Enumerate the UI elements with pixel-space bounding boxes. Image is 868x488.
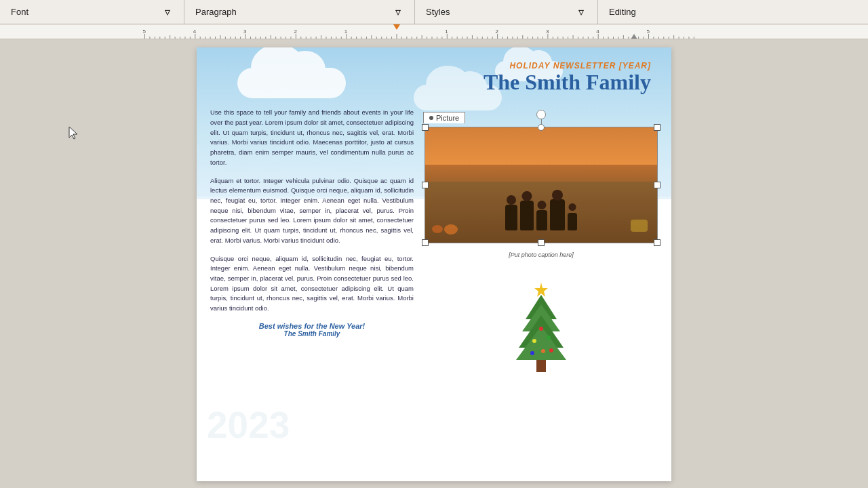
photo-caption[interactable]: [Put photo caption here]: [425, 249, 658, 260]
hay-bale: [631, 220, 648, 232]
handle-middle-right[interactable]: [654, 182, 660, 188]
closing-wishes: Best wishes for the New Year!: [210, 322, 414, 330]
figure-1: [505, 205, 517, 230]
ornament-5: [530, 351, 534, 355]
handle-bottom-middle[interactable]: [538, 239, 545, 246]
tree-decoration-container: [425, 280, 658, 375]
font-section: Font ▿: [0, 0, 184, 24]
handle-middle-left[interactable]: [422, 182, 429, 188]
christmas-tree-svg: [511, 280, 572, 375]
newsletter-title: The Smith Family: [197, 70, 651, 94]
body-paragraph-3: Quisque orci neque, aliquam id, sollicit…: [210, 254, 414, 314]
newsletter: HOLIDAY NEWSLETTER [YEAR] The Smith Fami…: [197, 47, 671, 481]
picture-label-tab[interactable]: Picture: [423, 112, 465, 123]
paragraph-expand-icon[interactable]: ▿: [393, 7, 403, 18]
paragraph-label: Paragraph: [195, 7, 237, 17]
handle-top-right[interactable]: [654, 124, 660, 131]
paragraph-section: Paragraph ▿: [184, 0, 415, 24]
newsletter-body: Use this space to tell your family and f…: [197, 101, 671, 382]
ornament-3: [547, 336, 551, 340]
main-area: HOLIDAY NEWSLETTER [YEAR] The Smith Fami…: [0, 39, 868, 488]
ornament-4: [541, 349, 545, 353]
ruler: [0, 24, 868, 39]
font-label: Font: [11, 7, 28, 17]
body-paragraph-2: Aliquam et tortor. Integer vehicula pulv…: [210, 176, 414, 246]
newsletter-header: HOLIDAY NEWSLETTER [YEAR] The Smith Fami…: [197, 47, 671, 101]
document-page: HOLIDAY NEWSLETTER [YEAR] The Smith Fami…: [197, 47, 671, 481]
watermark-decoration: 2023: [207, 407, 290, 444]
editing-section: Editing: [598, 0, 868, 24]
right-column: Picture: [425, 108, 658, 375]
picture-box[interactable]: [425, 127, 658, 243]
picture-grip-icon: [429, 116, 433, 120]
toolbar: Font ▿ Paragraph ▿ Styles ▿ Editing: [0, 0, 868, 24]
figure-4: [550, 199, 565, 230]
ruler-canvas: [0, 24, 868, 39]
figure-2: [520, 201, 534, 230]
left-column: Use this space to tell your family and f…: [210, 108, 414, 375]
styles-expand-icon[interactable]: ▿: [576, 7, 587, 18]
family-photo: [425, 127, 657, 243]
font-expand-icon[interactable]: ▿: [162, 7, 173, 18]
picture-container: Picture: [425, 127, 658, 260]
photo-sky: [425, 127, 657, 165]
tree-star: [534, 283, 548, 297]
body-paragraph-1: Use this space to tell your family and f…: [210, 108, 414, 167]
rotation-handle[interactable]: [536, 110, 546, 119]
ornament-6: [549, 348, 553, 352]
ornament-2: [532, 339, 536, 343]
newsletter-subtitle: HOLIDAY NEWSLETTER [YEAR]: [197, 61, 651, 70]
handle-top-left[interactable]: [422, 124, 429, 131]
photo-figures: [505, 199, 577, 230]
styles-section: Styles ▿: [415, 0, 598, 24]
styles-label: Styles: [426, 7, 450, 17]
closing-text: Best wishes for the New Year! The Smith …: [210, 322, 414, 338]
figure-3: [536, 210, 547, 230]
handle-bottom-right[interactable]: [654, 239, 660, 246]
editing-label: Editing: [609, 7, 636, 17]
figure-5: [568, 213, 577, 230]
cursor-icon: [68, 125, 81, 142]
tree-trunk: [536, 360, 546, 372]
handle-bottom-left[interactable]: [422, 239, 429, 246]
picture-label-text: Picture: [436, 114, 459, 122]
ornament-1: [539, 327, 543, 331]
closing-name: The Smith Family: [210, 330, 414, 338]
